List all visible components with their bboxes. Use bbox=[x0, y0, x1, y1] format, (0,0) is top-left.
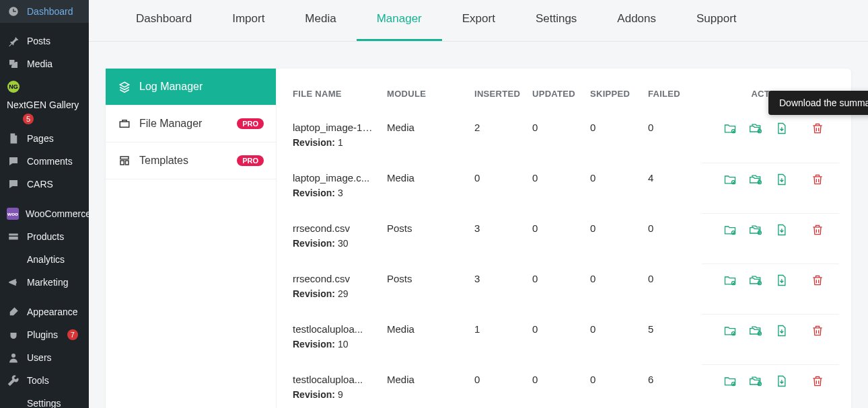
file-download-icon[interactable] bbox=[774, 274, 788, 287]
tab-manager[interactable]: Manager bbox=[357, 0, 442, 41]
trash-icon[interactable] bbox=[811, 278, 824, 289]
tab-support[interactable]: Support bbox=[676, 0, 757, 41]
brush-icon bbox=[7, 306, 20, 318]
file-download-icon[interactable] bbox=[774, 374, 788, 388]
settings-icon bbox=[7, 397, 20, 408]
sidebar-item-label: Appearance bbox=[27, 307, 78, 317]
cell-revision: Revision: 1 bbox=[293, 137, 379, 148]
subnav-file-manager[interactable]: File Manager PRO bbox=[106, 106, 276, 142]
sidebar-item-comments[interactable]: Comments bbox=[0, 150, 89, 173]
plugin-icon bbox=[7, 329, 20, 341]
sidebar-item-media[interactable]: Media bbox=[0, 52, 89, 75]
sidebar-item-appearance[interactable]: Appearance bbox=[0, 300, 89, 323]
cell-inserted: 1 bbox=[470, 314, 528, 364]
folder-check-icon[interactable] bbox=[723, 374, 737, 388]
cell-updated: 0 bbox=[528, 364, 586, 408]
sidebar-item-tools[interactable]: Tools bbox=[0, 369, 89, 392]
tab-settings[interactable]: Settings bbox=[515, 0, 597, 41]
file-download-icon[interactable] bbox=[774, 173, 788, 186]
col-file: FILE NAME bbox=[289, 85, 383, 115]
folders-check-icon[interactable] bbox=[749, 122, 762, 135]
cell-file-name: rrsecond.csv bbox=[293, 222, 373, 234]
sidebar-item-label: Products bbox=[27, 231, 64, 242]
table-row: laptop_image-1....Revision: 1Media2000 bbox=[289, 115, 839, 163]
folder-check-icon[interactable] bbox=[723, 173, 737, 186]
file-download-icon[interactable] bbox=[774, 122, 788, 135]
sidebar-item-plugins[interactable]: Plugins 7 bbox=[0, 323, 89, 346]
cell-module: Media bbox=[383, 115, 470, 163]
nextgen-icon: NG bbox=[7, 81, 20, 93]
col-failed: FAILED bbox=[644, 85, 702, 115]
file-download-icon[interactable] bbox=[774, 324, 788, 337]
sidebar-item-marketing[interactable]: Marketing bbox=[0, 271, 89, 294]
sidebar-item-users[interactable]: Users bbox=[0, 346, 89, 369]
col-module: MODULE bbox=[383, 85, 470, 115]
subnav-templates[interactable]: Templates PRO bbox=[106, 142, 276, 179]
cell-failed: 5 bbox=[644, 314, 702, 364]
table-row: rrsecond.csvRevision: 29Posts3000 bbox=[289, 263, 839, 314]
comments-icon bbox=[7, 155, 20, 167]
trash-icon[interactable] bbox=[811, 378, 824, 390]
sidebar-item-woocommerce[interactable]: woo WooCommerce bbox=[0, 202, 89, 225]
folders-check-icon[interactable] bbox=[749, 173, 762, 186]
subnav-log-manager[interactable]: Log Manager bbox=[106, 69, 276, 106]
sidebar-item-dashboard[interactable]: Dashboard bbox=[0, 0, 89, 23]
cell-failed: 0 bbox=[644, 115, 702, 163]
sidebar-item-label: Settings bbox=[27, 398, 61, 408]
trash-icon[interactable] bbox=[811, 328, 824, 339]
tab-import[interactable]: Import bbox=[212, 0, 285, 41]
cell-file-name: laptop_image-1.... bbox=[293, 122, 373, 133]
cell-file-name: testlocaluploa... bbox=[293, 374, 373, 385]
cell-inserted: 3 bbox=[470, 263, 528, 314]
cell-module: Posts bbox=[383, 263, 470, 314]
folders-check-icon[interactable] bbox=[749, 274, 762, 287]
sidebar-item-label: Dashboard bbox=[27, 6, 73, 17]
sidebar-item-label: CARS bbox=[27, 179, 53, 190]
cell-failed: 0 bbox=[644, 213, 702, 263]
sidebar-item-settings[interactable]: Settings bbox=[0, 392, 89, 408]
tab-export[interactable]: Export bbox=[442, 0, 515, 41]
trash-icon[interactable] bbox=[811, 177, 824, 188]
cell-updated: 0 bbox=[528, 163, 586, 213]
tab-addons[interactable]: Addons bbox=[597, 0, 676, 41]
col-inserted: INSERTED bbox=[470, 85, 528, 115]
folder-check-icon[interactable] bbox=[723, 122, 737, 135]
folders-check-icon[interactable] bbox=[749, 374, 762, 388]
cell-updated: 0 bbox=[528, 213, 586, 263]
folder-check-icon[interactable] bbox=[723, 324, 737, 337]
table-row: testlocaluploa...Revision: 10Media1005 bbox=[289, 314, 839, 364]
cell-skipped: 0 bbox=[586, 263, 644, 314]
tab-dashboard[interactable]: Dashboard bbox=[116, 0, 212, 41]
sidebar-item-products[interactable]: Products bbox=[0, 225, 89, 248]
col-updated: UPDATED bbox=[528, 85, 586, 115]
sidebar-item-nextgen[interactable]: NG NextGEN Gallery bbox=[0, 75, 89, 116]
trash-icon[interactable] bbox=[811, 227, 824, 239]
cell-updated: 0 bbox=[528, 314, 586, 364]
sidebar-item-pages[interactable]: Pages bbox=[0, 127, 89, 150]
pages-icon bbox=[7, 132, 20, 145]
cell-revision: Revision: 3 bbox=[293, 188, 379, 198]
cell-failed: 4 bbox=[644, 163, 702, 213]
table-row: testlocaluploa...Revision: 9Media0006 bbox=[289, 364, 839, 408]
file-download-icon[interactable] bbox=[774, 223, 788, 237]
sidebar-item-analytics[interactable]: Analytics bbox=[0, 248, 89, 271]
cell-module: Media bbox=[383, 364, 470, 408]
cell-file-name: testlocaluploa... bbox=[293, 323, 373, 335]
folder-check-icon[interactable] bbox=[723, 223, 737, 237]
sidebar-item-posts[interactable]: Posts bbox=[0, 30, 89, 52]
folders-check-icon[interactable] bbox=[749, 223, 762, 237]
folder-check-icon[interactable] bbox=[723, 274, 737, 287]
cell-skipped: 0 bbox=[586, 115, 644, 163]
cell-module: Media bbox=[383, 163, 470, 213]
col-skipped: SKIPPED bbox=[586, 85, 644, 115]
sidebar-item-cars[interactable]: CARS bbox=[0, 173, 89, 196]
cars-icon bbox=[7, 178, 20, 190]
folders-check-icon[interactable] bbox=[749, 324, 762, 337]
sidebar-item-label: Analytics bbox=[27, 254, 65, 265]
cell-module: Posts bbox=[383, 213, 470, 263]
cell-failed: 6 bbox=[644, 364, 702, 408]
cell-failed: 0 bbox=[644, 263, 702, 314]
trash-icon[interactable] bbox=[811, 126, 824, 137]
tab-media[interactable]: Media bbox=[285, 0, 356, 41]
log-table-wrap: FILE NAME MODULE INSERTED UPDATED SKIPPE… bbox=[277, 69, 851, 408]
